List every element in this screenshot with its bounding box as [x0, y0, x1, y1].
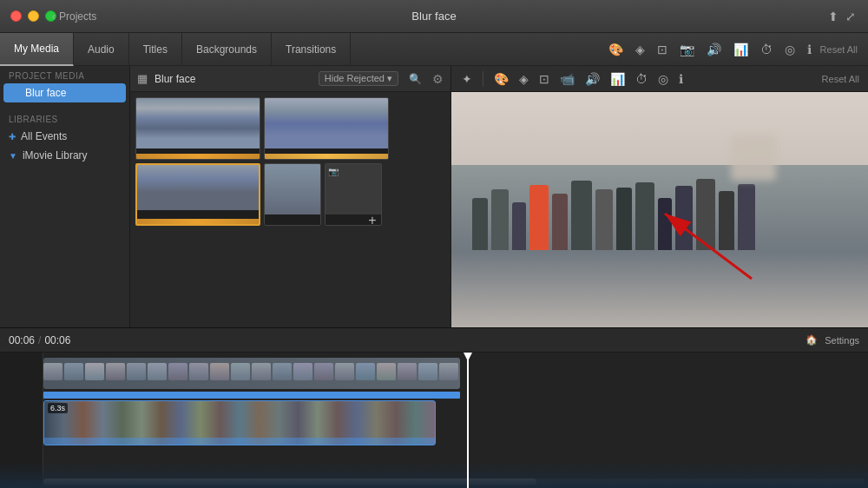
bars-icon[interactable]: 📊 [608, 70, 627, 88]
media-clip-1[interactable] [135, 97, 260, 160]
track-overlay [44, 438, 435, 445]
preview-toolbar: ✦ 🎨 ◈ ⊡ 📹 🔊 📊 ⏱ ◎ ℹ Reset All [451, 66, 868, 92]
bottom-timeline: 00:06 / 00:06 🏠 Settings [0, 327, 868, 488]
tab-audio[interactable]: Audio [74, 33, 129, 66]
total-time: 00:06 [44, 334, 70, 346]
current-time: 00:06 [9, 334, 35, 346]
share-icon[interactable]: ⬆ [828, 10, 838, 23]
camera-icon[interactable]: 📷 [676, 41, 698, 58]
time-separator: / [38, 334, 41, 346]
face-chip [293, 363, 312, 380]
reset-all-button[interactable]: Reset All [820, 44, 858, 55]
project-media-label: PROJECT MEDIA [0, 66, 129, 83]
filter2-icon[interactable]: ◈ [517, 70, 530, 88]
annotation-arrow [639, 201, 760, 287]
circle-icon[interactable]: ◎ [656, 70, 670, 88]
preview-reset-button[interactable]: Reset All [822, 74, 859, 84]
stabilize-icon[interactable]: ◎ [781, 41, 799, 58]
back-label: Projects [59, 10, 96, 23]
toolbar: My Media Audio Titles Backgrounds Transi… [0, 33, 868, 66]
crop2-icon[interactable]: ⊡ [537, 70, 551, 88]
toolbar-right: 🎨 ◈ ⊡ 📷 🔊 📊 ⏱ ◎ ℹ Reset All [605, 41, 868, 58]
info-icon[interactable]: ℹ [804, 41, 815, 58]
window-title: Blur face [411, 10, 456, 23]
clock-icon[interactable]: ⏱ [634, 70, 649, 88]
tab-transitions[interactable]: Transitions [272, 33, 351, 66]
triangle-icon: ▼ [9, 151, 17, 161]
color-board-icon[interactable]: 🎨 [605, 41, 627, 58]
tab-backgrounds[interactable]: Backgrounds [182, 33, 272, 66]
face-chip [85, 363, 104, 380]
video-camera-icon[interactable]: 📹 [558, 70, 576, 88]
face-chip [148, 363, 167, 380]
chevron-left-icon: ‹ [52, 10, 56, 23]
face-chip [210, 363, 229, 380]
grid-view-icon[interactable]: ▦ [137, 72, 148, 85]
back-button[interactable]: ‹ Projects [52, 10, 96, 23]
face-chip [335, 363, 354, 380]
playhead[interactable] [467, 353, 469, 488]
browser-settings-icon[interactable]: ⚙ [432, 72, 444, 86]
tab-titles[interactable]: Titles [129, 33, 182, 66]
face-chip [168, 363, 187, 380]
search-icon[interactable]: 🔍 [409, 73, 422, 85]
crop-icon[interactable]: ⊡ [654, 41, 671, 58]
imovie-library-item[interactable]: ▼ iMovie Library [0, 146, 129, 165]
track-container: 6.3s [0, 353, 868, 445]
project-item-label: Blur face [25, 87, 66, 99]
all-events-item[interactable]: ✚ All Events [0, 127, 129, 146]
face-chip [127, 363, 146, 380]
close-button[interactable] [10, 10, 22, 22]
speaker-icon[interactable]: 🔊 [583, 70, 602, 88]
settings-label[interactable]: Settings [825, 335, 859, 346]
timeline-content: 6.3s [0, 353, 868, 488]
main-video-track[interactable]: 6.3s [43, 400, 436, 445]
tab-my-media[interactable]: My Media [0, 33, 74, 66]
window-controls [10, 10, 56, 22]
media-clip-3[interactable] [135, 163, 260, 226]
clip-duration-label: 6.3s [48, 403, 68, 413]
separator-1 [483, 71, 483, 87]
speedometer-icon[interactable]: ⏱ [757, 41, 776, 58]
color-wheel-icon[interactable]: 🎨 [492, 70, 510, 88]
timeline-right-controls: 🏠 Settings [806, 334, 859, 346]
face-chip [106, 363, 125, 380]
audio-icon[interactable]: 🔊 [703, 41, 725, 58]
scrollbar-thumb[interactable] [43, 478, 536, 485]
face-chip [314, 363, 333, 380]
face-chip [356, 363, 375, 380]
media-browser-title: Blur face [155, 73, 195, 85]
media-clip-4[interactable] [264, 163, 321, 226]
project-media-item[interactable]: ▶ Blur face [3, 83, 126, 102]
face-chip [231, 363, 250, 380]
hide-rejected-button[interactable]: Hide Rejected ▾ [319, 71, 398, 86]
wand-icon[interactable]: ✦ [460, 70, 474, 88]
face-chip [64, 363, 83, 380]
libraries-label: LIBRARIES [0, 109, 129, 127]
blurred-face [731, 135, 776, 181]
minimize-button[interactable] [28, 10, 39, 22]
media-clip-2[interactable] [264, 97, 389, 160]
faces-track[interactable] [43, 358, 460, 389]
equalizer-icon[interactable]: 📊 [730, 41, 752, 58]
library-label: iMovie Library [23, 149, 88, 162]
all-events-label: All Events [21, 130, 67, 142]
face-chip [43, 363, 62, 380]
svg-line-1 [665, 214, 752, 279]
face-chip [377, 363, 396, 380]
plus-icon: ✚ [9, 132, 16, 142]
house-icon[interactable]: 🏠 [806, 334, 818, 346]
face-chip [398, 363, 417, 380]
face-chip [189, 363, 208, 380]
face-chip [273, 363, 292, 380]
media-clip-blank[interactable]: 📷 + [325, 163, 382, 226]
timeline-header: 00:06 / 00:06 🏠 Settings [0, 328, 868, 353]
camera-small-icon: 📷 [328, 167, 339, 176]
info2-icon[interactable]: ℹ [677, 70, 685, 88]
add-clip-icon: + [365, 214, 379, 226]
fullscreen-icon[interactable]: ⤢ [845, 10, 856, 23]
filter-icon[interactable]: ◈ [632, 41, 648, 58]
blue-track [43, 392, 460, 399]
track-faces [43, 363, 460, 380]
horizontal-scrollbar[interactable] [43, 478, 865, 485]
